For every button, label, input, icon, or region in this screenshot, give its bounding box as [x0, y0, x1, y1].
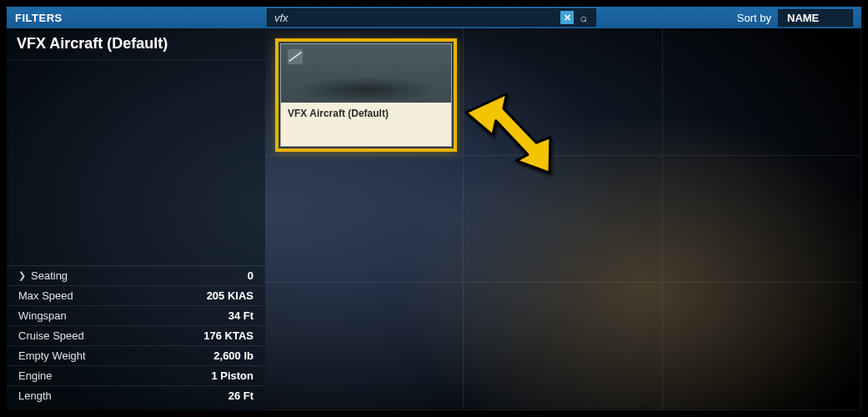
stat-label: Cruise Speed — [18, 329, 84, 342]
topbar: FILTERS ✕ ⌕ Sort by NAME — [7, 7, 861, 28]
grid-cell — [663, 28, 861, 156]
stat-label: ❯Seating — [18, 269, 68, 282]
search-input[interactable] — [268, 10, 560, 26]
stat-label-text: Engine — [18, 369, 52, 382]
stat-label: Max Speed — [18, 289, 73, 302]
topbar-right: ✕ ⌕ Sort by NAME — [265, 7, 861, 28]
search-button[interactable]: ⌕ — [577, 11, 590, 24]
search-field[interactable]: ✕ ⌕ — [267, 8, 596, 27]
grid-cell — [464, 28, 662, 156]
stat-label-text: Empty Weight — [18, 349, 86, 362]
stat-value: 26 Ft — [228, 389, 253, 402]
aircraft-card-selected[interactable]: VFX Aircraft (Default) — [275, 38, 457, 152]
aircraft-card-title: VFX Aircraft (Default) — [281, 103, 451, 146]
sortby-value-text: NAME — [787, 12, 819, 24]
stat-row: Engine1 Piston — [7, 365, 265, 385]
grid-cell — [663, 156, 861, 284]
filters-label-text: FILTERS — [15, 12, 63, 24]
stat-label: Engine — [18, 369, 52, 382]
stat-label: Wingspan — [18, 309, 67, 322]
stat-label: Empty Weight — [18, 349, 86, 362]
stat-label-text: Wingspan — [18, 309, 67, 322]
selected-aircraft-title: VFX Aircraft (Default) — [7, 28, 265, 60]
filters-header[interactable]: FILTERS — [7, 7, 265, 28]
grid-cell — [265, 156, 464, 284]
stat-row: Max Speed205 KIAS — [7, 285, 265, 305]
stat-value: 34 Ft — [228, 309, 253, 322]
chevron-right-icon: ❯ — [18, 270, 26, 281]
sortby-label: Sort by — [737, 12, 771, 24]
stat-row: Cruise Speed176 KTAS — [7, 325, 265, 345]
aircraft-thumbnail — [281, 44, 451, 103]
grid-cell — [464, 283, 662, 410]
stat-label-text: Cruise Speed — [18, 329, 84, 342]
sortby: Sort by NAME — [737, 7, 861, 28]
stat-label: Length — [18, 389, 52, 402]
manufacturer-logo-icon — [286, 48, 304, 66]
stat-row: Length26 Ft — [7, 385, 265, 405]
sidebar: VFX Aircraft (Default) ❯Seating0Max Spee… — [7, 28, 265, 410]
stat-label-text: Length — [18, 389, 52, 402]
stat-label-text: Seating — [31, 269, 68, 282]
stat-row: Empty Weight2,600 lb — [7, 345, 265, 365]
aircraft-stats: ❯Seating0Max Speed205 KIASWingspan34 FtC… — [7, 265, 265, 410]
stat-row[interactable]: ❯Seating0 — [7, 265, 265, 285]
stat-value: 205 KIAS — [207, 289, 253, 302]
sidebar-gap — [7, 60, 265, 265]
spacer — [596, 7, 737, 28]
stat-label-text: Max Speed — [18, 289, 73, 302]
grid-cell — [265, 283, 464, 410]
search-icon: ⌕ — [580, 11, 587, 24]
stat-value: 0 — [248, 269, 253, 282]
stat-row: Wingspan34 Ft — [7, 305, 265, 325]
stat-value: 1 Piston — [211, 369, 253, 382]
grid-cell — [464, 156, 662, 284]
stat-value: 176 KTAS — [203, 329, 253, 342]
main: VFX Aircraft (Default) ❯Seating0Max Spee… — [7, 28, 861, 410]
stat-value: 2,600 lb — [213, 349, 253, 362]
grid-cell — [663, 283, 861, 410]
clear-search-button[interactable]: ✕ — [560, 11, 574, 24]
close-icon: ✕ — [564, 13, 571, 23]
aircraft-card-inner: VFX Aircraft (Default) — [280, 43, 452, 147]
sortby-dropdown[interactable]: NAME — [778, 9, 853, 27]
aircraft-grid: VFX Aircraft (Default) — [265, 28, 861, 410]
